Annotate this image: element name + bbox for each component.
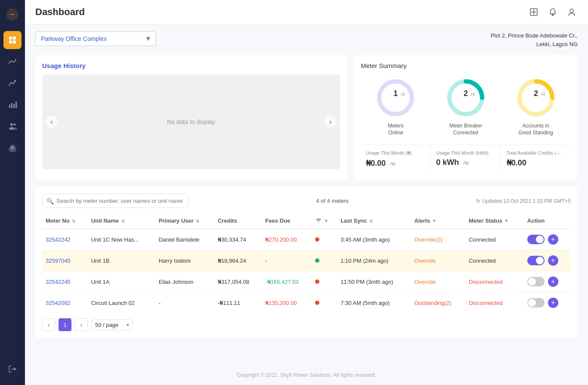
col-unit-name: Unit Name ⇅ [88, 213, 155, 229]
cell-last-sync: 7:30 AM (5mth ago) [337, 292, 411, 313]
pagination: ‹ 1 › 50 / page 10 / page 20 / page 100 … [42, 313, 571, 331]
prev-page-button[interactable]: ‹ [42, 318, 55, 331]
add-icon[interactable] [528, 6, 540, 18]
svg-text:2: 2 [534, 89, 538, 98]
cell-unit-name: Unit 1A [88, 271, 155, 292]
cell-action: + [524, 250, 571, 271]
chart-next-button[interactable]: › [325, 116, 337, 128]
svg-point-10 [10, 123, 13, 126]
meter-link[interactable]: 32542242 [46, 236, 71, 243]
alert-label[interactable]: Outstanding(2) [414, 300, 451, 306]
chart-prev-button[interactable]: ‹ [46, 116, 58, 128]
add-meter-button[interactable]: + [548, 276, 558, 287]
alert-label[interactable]: Override(2) [414, 236, 443, 243]
table-row: 32542242 Unit 1C Now Has... Daniel Bamid… [42, 229, 571, 250]
user-icon[interactable] [566, 6, 578, 18]
sidebar-item-analytics[interactable] [3, 53, 22, 71]
cell-action: + [524, 292, 571, 313]
svg-rect-5 [13, 40, 16, 43]
col-primary-user: Primary User ⇅ [155, 213, 214, 229]
meters-table: Meter No ⇅ Unit Name ⇅ Primary User ⇅ Cr… [42, 213, 571, 313]
wifi-status-dot [315, 301, 319, 305]
alert-label[interactable]: Override [414, 258, 436, 264]
col-wifi: ▼ [312, 213, 337, 229]
page-size-select[interactable]: 50 / page 10 / page 20 / page 100 / page [91, 320, 133, 330]
alerts-filter-icon[interactable]: ▼ [432, 218, 437, 224]
add-meter-button[interactable]: + [548, 255, 558, 266]
cell-action: + [524, 229, 571, 250]
donut-chart-accounts: 2 /4 [514, 76, 557, 119]
search-input[interactable] [42, 194, 189, 208]
stat-usage-kwh-label: Usage This Month (kWh) [436, 150, 495, 155]
sidebar-item-trends[interactable] [3, 74, 22, 92]
search-icon: 🔍 [46, 198, 54, 205]
meter-link[interactable]: 32542082 [46, 300, 71, 306]
alert-label[interactable]: Override [414, 279, 436, 285]
meter-status-label: Connected [469, 258, 496, 264]
svg-rect-6 [9, 105, 10, 108]
donut-label-meters-online: MetersOnline [388, 123, 404, 136]
sort-icon-primary-user[interactable]: ⇅ [196, 219, 199, 224]
svg-rect-9 [15, 102, 17, 108]
cell-fees-due: ₦270,200.00 [262, 229, 312, 250]
meter-toggle[interactable] [527, 235, 545, 244]
sidebar-item-logout[interactable] [3, 360, 22, 378]
donut-accounts: 2 /4 Accounts inGood Standing [514, 76, 557, 136]
toggle-knob [528, 299, 536, 307]
donut-label-accounts: Accounts inGood Standing [519, 123, 553, 136]
meter-toggle[interactable] [527, 298, 545, 307]
meter-toggle[interactable] [527, 256, 545, 265]
sidebar-item-settings[interactable] [3, 139, 22, 157]
sort-icon-last-sync[interactable]: ⇅ [369, 219, 373, 224]
col-action: Action [524, 213, 571, 229]
donut-row: 1 /4 MetersOnline 2 /4 Meter Br [361, 76, 571, 136]
sort-icon-unit-name[interactable]: ⇅ [121, 219, 125, 224]
meter-status-label: Connected [469, 236, 496, 243]
cards-row: Usage History ‹ No data to display › Met… [35, 55, 578, 180]
bell-icon[interactable] [547, 6, 559, 18]
toggle-knob [528, 278, 536, 286]
add-meter-button[interactable]: + [548, 298, 558, 308]
cell-unit-name: Unit 1C Now Has... [88, 229, 155, 250]
svg-text:/4: /4 [471, 92, 475, 97]
cell-meter-status: Disconnected [465, 271, 524, 292]
sidebar-item-users[interactable] [3, 117, 22, 135]
table-body: 32542242 Unit 1C Now Has... Daniel Bamid… [42, 229, 571, 313]
address-line2: Lekki, Lagos NG [536, 41, 578, 47]
stat-usage-naira-value: ₦0.00 -% [366, 158, 425, 168]
meter-link[interactable]: 32542245 [46, 279, 71, 285]
table-row: 32542245 Unit 1A Elias Johnson ₦317,054.… [42, 271, 571, 292]
wifi-status-dot [315, 279, 319, 284]
usage-history-title: Usage History [42, 62, 340, 69]
svg-text:2: 2 [464, 89, 468, 98]
cell-alerts: Override [411, 271, 465, 292]
table-header-row: Meter No ⇅ Unit Name ⇅ Primary User ⇅ Cr… [42, 213, 571, 229]
cell-alerts: Outstanding(2) [411, 292, 465, 313]
property-select[interactable]: Parkway Office Complex [35, 31, 156, 46]
cell-meter-no: 32542245 [42, 271, 88, 292]
cell-primary-user: Daniel Bamidele [155, 229, 214, 250]
stat-usage-kwh-value: 0 kWh -% [436, 158, 495, 167]
cell-primary-user: Elias Johnson [155, 271, 214, 292]
cell-credits: ₦19,964.24 [214, 250, 262, 271]
sidebar-item-dashboard[interactable] [3, 31, 22, 49]
status-filter-icon[interactable]: ▼ [504, 218, 509, 224]
wifi-filter-icon[interactable]: ▼ [324, 218, 329, 224]
refresh-icon[interactable]: ↻ [476, 198, 480, 204]
toggle-knob [536, 236, 544, 243]
page-1-button[interactable]: 1 [59, 318, 71, 331]
next-page-button[interactable]: › [75, 318, 88, 331]
cell-fees-due: - [262, 250, 312, 271]
svg-rect-4 [9, 40, 12, 43]
wifi-status-dot [315, 237, 319, 242]
meter-toggle[interactable] [527, 277, 545, 286]
cell-meter-status: Connected [465, 229, 524, 250]
property-selector-wrapper: Parkway Office Complex ▼ [35, 31, 156, 46]
add-meter-button[interactable]: + [548, 234, 558, 245]
sort-icon-meter-no[interactable]: ⇅ [72, 219, 75, 224]
sidebar-item-reports[interactable] [3, 96, 22, 114]
cell-last-sync: 11:50 PM (3mth ago) [337, 271, 411, 292]
svg-point-18 [570, 9, 573, 12]
sidebar-logo[interactable]: → [5, 7, 20, 22]
meter-link[interactable]: 32597045 [46, 258, 71, 264]
